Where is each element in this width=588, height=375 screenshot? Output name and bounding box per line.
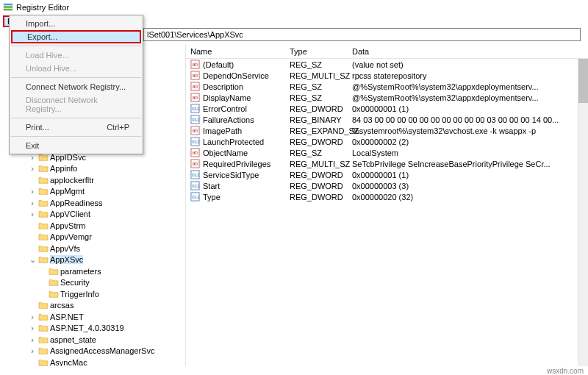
value-data: %systemroot%\system32\svchost.exe -k wsa… — [348, 126, 588, 135]
tree-label: TriggerInfo — [60, 290, 99, 299]
vertical-scrollbar[interactable] — [578, 59, 588, 366]
tree-label: AppvVemgr — [50, 232, 92, 241]
value-type: REG_DWORD — [285, 171, 348, 179]
tree-item-appinfo[interactable]: ›Appinfo — [0, 163, 185, 175]
tree-label: arcsas — [50, 301, 74, 310]
address-bar[interactable]: lSet001\Services\AppXSvc — [143, 28, 581, 41]
file-menu-dropdown: Import... Export... Load Hive... Unload … — [9, 15, 143, 154]
string-value-icon — [190, 60, 200, 69]
value-row[interactable]: RequiredPrivilegesREG_MULTI_SZSeTcbPrivi… — [186, 158, 588, 169]
value-data: 0x00000002 (2) — [348, 138, 588, 146]
value-type: REG_DWORD — [285, 193, 348, 201]
tree-label: applockerfltr — [50, 176, 94, 185]
col-type[interactable]: Type — [285, 47, 348, 56]
tree-item-appvvfs[interactable]: AppvVfs — [0, 243, 185, 254]
chevron-right-icon[interactable]: › — [28, 164, 37, 173]
col-name[interactable]: Name — [186, 47, 285, 56]
chevron-right-icon[interactable]: › — [28, 210, 37, 218]
chevron-right-icon[interactable]: › — [28, 187, 37, 196]
menu-exit[interactable]: Exit — [10, 139, 143, 152]
value-type: REG_SZ — [285, 82, 348, 91]
string-value-icon — [190, 159, 200, 168]
value-row[interactable]: TypeREG_DWORD0x00000020 (32) — [186, 191, 588, 202]
binary-value-icon — [190, 115, 200, 124]
tree-item-appxsvc[interactable]: ⌄AppXSvc — [0, 254, 185, 266]
value-data: 0x00000001 (1) — [348, 104, 588, 113]
svg-rect-0 — [4, 4, 12, 6]
scrollbar-thumb[interactable] — [578, 59, 588, 103]
folder-icon — [38, 164, 49, 173]
folder-icon — [38, 312, 49, 321]
menu-import[interactable]: Import... — [10, 17, 143, 30]
tree-item-triggerinfo[interactable]: TriggerInfo — [0, 288, 185, 300]
tree-label: ASP.NET_4.0.30319 — [50, 324, 124, 332]
tree-label: AppvStrm — [50, 221, 85, 230]
menu-connect-network[interactable]: Connect Network Registry... — [10, 80, 143, 93]
tree-item-asyncmac[interactable]: AsyncMac — [0, 357, 185, 366]
value-data: rpcss staterepository — [348, 71, 588, 80]
tree-label: parameters — [60, 267, 101, 276]
value-row[interactable]: DisplayNameREG_SZ@%SystemRoot%\system32\… — [186, 92, 588, 103]
menu-load-hive: Load Hive... — [10, 49, 143, 62]
value-name: RequiredPrivileges — [203, 160, 270, 168]
value-data: 0x00000020 (32) — [348, 193, 588, 201]
chevron-right-icon[interactable]: › — [28, 335, 37, 344]
binary-value-icon — [190, 170, 200, 179]
value-row[interactable]: ErrorControlREG_DWORD0x00000001 (1) — [186, 103, 588, 114]
chevron-right-icon[interactable]: › — [28, 199, 37, 207]
chevron-right-icon[interactable]: › — [28, 312, 37, 321]
tree-item-asp-net[interactable]: ›ASP.NET — [0, 311, 185, 323]
menu-separator — [11, 118, 141, 118]
tree-item-appmgmt[interactable]: ›AppMgmt — [0, 186, 185, 198]
tree-label: AssignedAccessManagerSvc — [50, 346, 154, 355]
value-row[interactable]: ObjectNameREG_SZLocalSystem — [186, 147, 588, 158]
value-row[interactable]: DependOnServiceREG_MULTI_SZrpcss statere… — [186, 70, 588, 81]
value-type: REG_BINARY — [285, 115, 348, 124]
value-data: 84 03 00 00 00 00 00 00 00 00 00 00 03 0… — [348, 115, 588, 124]
tree-label: AsyncMac — [50, 358, 87, 366]
tree-item-security[interactable]: Security — [0, 277, 185, 289]
tree-item-applockerfltr[interactable]: applockerfltr — [0, 174, 185, 186]
string-value-icon — [190, 82, 200, 91]
value-name: (Default) — [203, 60, 234, 69]
tree-item-appvvemgr[interactable]: AppvVemgr — [0, 232, 185, 243]
tree-label: AppXSvc — [50, 255, 83, 264]
tree-item-asp-net-4-0-30319[interactable]: ›ASP.NET_4.0.30319 — [0, 323, 185, 335]
tree-label: aspnet_state — [50, 335, 96, 344]
svg-rect-2 — [4, 9, 12, 11]
folder-icon — [38, 244, 49, 253]
menu-separator — [11, 77, 141, 78]
tree-item-parameters[interactable]: parameters — [0, 265, 185, 277]
string-value-icon — [190, 93, 200, 102]
value-row[interactable]: LaunchProtectedREG_DWORD0x00000002 (2) — [186, 136, 588, 147]
menu-export[interactable]: Export... — [11, 30, 141, 43]
svg-rect-1 — [4, 6, 12, 8]
tree-item-aspnet-state[interactable]: ›aspnet_state — [0, 334, 185, 346]
value-row[interactable]: DescriptionREG_SZ@%SystemRoot%\system32\… — [186, 81, 588, 92]
chevron-down-icon[interactable]: ⌄ — [28, 255, 37, 265]
tree-item-appvstrm[interactable]: AppvStrm — [0, 220, 185, 232]
menu-print[interactable]: Print...Ctrl+P — [10, 121, 143, 134]
value-type: REG_SZ — [285, 60, 348, 69]
chevron-right-icon[interactable]: › — [28, 324, 37, 332]
value-row[interactable]: FailureActionsREG_BINARY84 03 00 00 00 0… — [186, 114, 588, 125]
value-row[interactable]: ImagePathREG_EXPAND_SZ%systemroot%\syste… — [186, 125, 588, 136]
tree-item-appreadiness[interactable]: ›AppReadiness — [0, 197, 185, 209]
tree-item-arcsas[interactable]: arcsas — [0, 300, 185, 312]
folder-icon — [38, 199, 49, 207]
window-title: Registry Editor — [16, 3, 69, 12]
value-row[interactable]: (Default)REG_SZ(value not set) — [186, 59, 588, 70]
tree-item-appvclient[interactable]: ›AppVClient — [0, 209, 185, 221]
col-data[interactable]: Data — [348, 47, 588, 56]
tree-item-assignedaccessmanagersvc[interactable]: ›AssignedAccessManagerSvc — [0, 346, 185, 357]
value-data: (value not set) — [348, 60, 588, 69]
binary-value-icon — [190, 104, 200, 113]
chevron-right-icon[interactable]: › — [28, 346, 37, 355]
value-name: DisplayName — [203, 93, 251, 102]
value-name: Type — [203, 193, 220, 201]
binary-value-icon — [190, 192, 200, 201]
value-row[interactable]: StartREG_DWORD0x00000003 (3) — [186, 180, 588, 191]
string-value-icon — [190, 148, 200, 157]
value-row[interactable]: ServiceSidTypeREG_DWORD0x00000001 (1) — [186, 169, 588, 180]
tree-label: AppReadiness — [50, 199, 103, 207]
